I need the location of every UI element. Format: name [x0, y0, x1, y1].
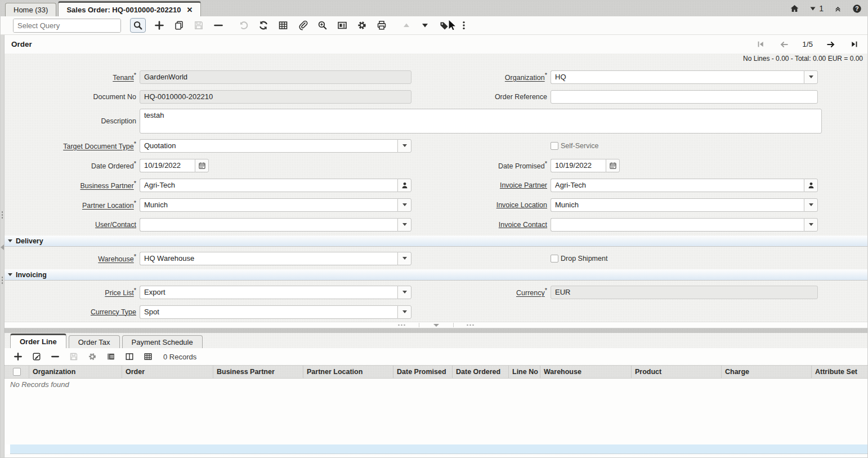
warehouse-field[interactable] [140, 252, 397, 265]
date-promised-calendar-button[interactable] [606, 159, 620, 172]
partner-location-dropdown-button[interactable] [397, 198, 411, 212]
detail-quick-entry-button[interactable] [105, 351, 117, 362]
person-icon [807, 181, 815, 189]
home-icon[interactable] [790, 4, 799, 14]
detail-new-button[interactable] [12, 351, 24, 362]
business-partner-search-button[interactable] [397, 179, 411, 192]
attachment-button[interactable] [297, 19, 309, 32]
column-line-no[interactable]: Line No [509, 366, 540, 378]
section-invoicing[interactable]: Invoicing [5, 269, 867, 281]
invoice-location-dropdown-button[interactable] [804, 198, 818, 212]
column-date-ordered[interactable]: Date Ordered [453, 366, 509, 378]
next-record-button[interactable] [825, 39, 836, 50]
tab-sales-order[interactable]: Sales Order: HQ-0010000-202210 ✕ [58, 1, 201, 16]
column-warehouse[interactable]: Warehouse [540, 366, 632, 378]
previous-record-button[interactable] [778, 39, 790, 50]
select-all-checkbox[interactable] [13, 368, 21, 376]
section-delivery[interactable]: Delivery [5, 235, 867, 247]
close-tab-icon[interactable]: ✕ [187, 6, 193, 14]
invoice-location-field[interactable] [551, 198, 804, 212]
invoice-partner-search-button[interactable] [804, 179, 818, 192]
target-document-type-label: Target Document Type* [5, 140, 140, 150]
refresh-icon [258, 20, 269, 30]
date-promised-field[interactable] [551, 159, 606, 172]
user-contact-field[interactable] [140, 218, 397, 232]
splitter-collapse-icon[interactable] [1, 244, 4, 250]
column-order[interactable]: Order [122, 366, 213, 378]
more-actions-button[interactable] [458, 19, 470, 32]
column-product[interactable]: Product [632, 366, 722, 378]
splitter-grip-icon[interactable] [1, 276, 3, 284]
calendar-icon [198, 162, 206, 170]
select-query-combo[interactable] [13, 19, 121, 33]
detail-process-button[interactable] [87, 351, 98, 362]
copy-record-button[interactable] [173, 19, 185, 32]
window-list-dropdown[interactable]: 1 [809, 4, 824, 13]
process-button[interactable] [356, 19, 368, 32]
tab-home[interactable]: Home (33) [5, 3, 56, 16]
column-business-partner[interactable]: Business Partner [213, 366, 303, 378]
tab-order-tax[interactable]: Order Tax [69, 335, 120, 348]
partner-location-field[interactable] [140, 198, 397, 212]
splitter-collapse-icon[interactable] [433, 324, 439, 327]
warehouse-dropdown-button[interactable] [397, 252, 411, 265]
splitter-grip-icon[interactable] [466, 324, 475, 326]
invoice-partner-field[interactable] [551, 179, 804, 192]
collapse-header-icon[interactable] [834, 5, 842, 13]
detail-panel-toggle-button[interactable] [124, 351, 135, 362]
date-ordered-field[interactable] [140, 159, 195, 172]
label-button[interactable] [438, 19, 450, 32]
chat-button[interactable] [336, 19, 348, 32]
target-document-type-dropdown-button[interactable] [397, 139, 411, 153]
last-record-button[interactable] [849, 39, 860, 50]
main-toolbar [1, 16, 867, 35]
parent-record-button[interactable] [401, 20, 412, 31]
currency-type-dropdown-button[interactable] [397, 305, 411, 319]
order-reference-field[interactable] [551, 90, 818, 104]
column-organization[interactable]: Organization [29, 366, 122, 378]
column-attribute-set[interactable]: Attribute Set [812, 366, 867, 378]
save-button[interactable] [193, 19, 205, 32]
find-button[interactable] [130, 18, 146, 33]
select-query-dropdown-button[interactable] [120, 19, 121, 32]
self-service-checkbox[interactable] [551, 142, 558, 150]
horizontal-splitter[interactable] [5, 322, 867, 328]
date-ordered-calendar-button[interactable] [195, 159, 209, 172]
target-document-type-field[interactable] [140, 139, 397, 153]
select-query-input[interactable] [14, 19, 120, 32]
splitter-grip-icon[interactable] [397, 324, 406, 326]
new-record-button[interactable] [153, 19, 165, 32]
detail-grid-toggle-button[interactable] [142, 351, 154, 362]
detail-record-button[interactable] [419, 20, 431, 31]
tab-payment-schedule[interactable]: Payment Schedule [122, 335, 203, 348]
grid-toggle-button[interactable] [277, 19, 289, 32]
undo-button[interactable] [238, 19, 250, 32]
detail-save-button[interactable] [68, 351, 79, 362]
first-record-button[interactable] [755, 39, 766, 50]
user-contact-dropdown-button[interactable] [397, 218, 411, 232]
organization-field[interactable] [551, 70, 804, 84]
refresh-button[interactable] [257, 19, 270, 32]
detail-edit-button[interactable] [31, 351, 42, 362]
business-partner-field[interactable] [140, 179, 397, 192]
detail-delete-button[interactable] [50, 351, 61, 362]
column-partner-location[interactable]: Partner Location [303, 366, 393, 378]
help-icon[interactable]: ? [852, 4, 862, 14]
splitter-grip-icon[interactable] [1, 211, 3, 219]
invoice-contact-field[interactable] [551, 218, 804, 232]
invoice-contact-dropdown-button[interactable] [804, 218, 818, 232]
west-splitter-gutter[interactable] [1, 35, 5, 458]
delete-record-button[interactable] [212, 19, 225, 32]
price-list-dropdown-button[interactable] [397, 286, 411, 299]
zoom-across-button[interactable] [316, 19, 329, 32]
column-charge[interactable]: Charge [722, 366, 812, 378]
tab-order-line[interactable]: Order Line [10, 334, 66, 348]
column-date-promised[interactable]: Date Promised [393, 366, 453, 378]
print-button[interactable] [375, 19, 388, 32]
currency-type-field[interactable] [140, 305, 397, 319]
organization-dropdown-button[interactable] [804, 70, 818, 84]
description-field[interactable]: testah [140, 109, 822, 134]
price-list-field[interactable] [140, 286, 397, 299]
plus-icon [14, 352, 23, 361]
drop-shipment-checkbox[interactable] [551, 255, 558, 263]
